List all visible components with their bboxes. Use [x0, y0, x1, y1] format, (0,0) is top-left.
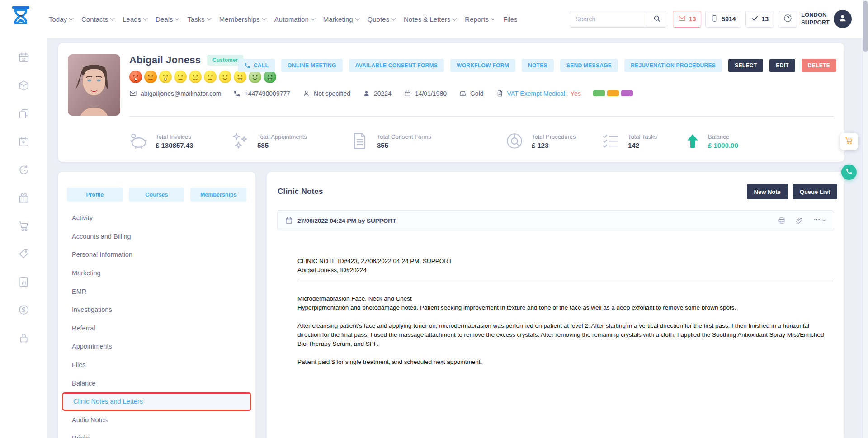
package-icon[interactable]: [18, 80, 30, 92]
nav-item-today[interactable]: Today: [49, 15, 73, 23]
envelope-icon: [129, 89, 137, 97]
tab-courses[interactable]: Courses: [129, 188, 185, 202]
stat-value: 355: [377, 141, 431, 149]
nav-item-tasks[interactable]: Tasks: [187, 15, 210, 23]
lock-icon[interactable]: [18, 332, 30, 344]
stat-value: 142: [628, 141, 657, 149]
sidebar-item-drinks[interactable]: Drinks: [62, 429, 251, 438]
question-icon: [783, 14, 793, 25]
mood-emoji-9[interactable]: [249, 71, 261, 83]
nav-item-files[interactable]: Files: [503, 15, 518, 23]
sidebar-item-accounts-and-billing[interactable]: Accounts and Billing: [62, 227, 251, 246]
send-message-button[interactable]: SEND MESSAGE: [560, 59, 618, 72]
nav-item-marketing[interactable]: Marketing: [323, 15, 359, 23]
sidebar-item-personal-information[interactable]: Personal Information: [62, 245, 251, 264]
profile-stats: Total Invoices£ 130857.43Total Appointme…: [58, 127, 844, 155]
chevron-down-icon: [355, 16, 359, 20]
stat-total-procedures: Total Procedures£ 123: [504, 127, 576, 155]
note-body: CLINIC NOTE ID#423, 27/06/2022 04:24 PM,…: [297, 257, 833, 376]
mood-emoji-10[interactable]: [264, 71, 276, 83]
mood-emoji-2[interactable]: [144, 71, 157, 83]
chart-doc-icon[interactable]: [18, 276, 30, 288]
floating-call-button[interactable]: [841, 165, 857, 180]
tasks-badge[interactable]: 13: [745, 11, 774, 28]
help-button[interactable]: [778, 11, 797, 28]
stat-value: £ 123: [532, 141, 576, 149]
copy-icon[interactable]: [18, 108, 30, 120]
nav-item-leads[interactable]: Leads: [123, 15, 147, 23]
nav-item-automation[interactable]: Automation: [274, 15, 315, 23]
mood-emoji-row: [129, 71, 276, 83]
history-icon[interactable]: [18, 164, 30, 176]
tag-pill-1[interactable]: [593, 90, 605, 96]
sidebar-item-referral[interactable]: Referral: [62, 319, 251, 338]
available-consent-forms-button[interactable]: AVAILABLE CONSENT FORMS: [349, 59, 444, 72]
cart-icon[interactable]: [18, 220, 30, 232]
coin-icon[interactable]: [18, 304, 30, 316]
sidebar-item-emr[interactable]: EMR: [62, 282, 251, 301]
stat-label: Balance: [708, 133, 738, 140]
mood-emoji-6[interactable]: [204, 71, 217, 83]
workflow-form-button[interactable]: WORKFLOW FORM: [450, 59, 515, 72]
calendar12-icon[interactable]: 12: [18, 52, 30, 64]
online-meeting-button[interactable]: ONLINE MEETING: [281, 59, 343, 72]
nav-item-memberships[interactable]: Memberships: [219, 15, 266, 23]
sidebar-item-marketing[interactable]: Marketing: [62, 264, 251, 283]
section-menu: ActivityAccounts and BillingPersonal Inf…: [62, 209, 251, 438]
tab-memberships[interactable]: Memberships: [190, 188, 246, 202]
search-button[interactable]: [647, 11, 667, 27]
note-paragraphs: Microdermabrasion Face, Neck and ChestHy…: [297, 294, 833, 367]
cal-down-icon[interactable]: [18, 136, 30, 148]
calendar-icon: [404, 89, 411, 97]
new-note-button[interactable]: New Note: [747, 184, 788, 199]
mood-emoji-7[interactable]: [219, 71, 231, 83]
mood-emoji-1[interactable]: [129, 71, 142, 83]
notes-button[interactable]: NOTES: [522, 59, 554, 72]
chevron-down-icon: [311, 16, 315, 20]
queue-list-button[interactable]: Queue List: [793, 184, 837, 199]
edit-button[interactable]: EDIT: [769, 59, 795, 72]
tag-pill-2[interactable]: [607, 90, 619, 96]
phone-badge[interactable]: 5914: [705, 11, 741, 28]
print-icon[interactable]: [778, 217, 786, 225]
sidebar-item-files[interactable]: Files: [62, 356, 251, 374]
sidebar-item-balance[interactable]: Balance: [62, 374, 251, 392]
search-input[interactable]: [570, 15, 647, 23]
mood-emoji-4[interactable]: [174, 71, 187, 83]
rejuvenation-procedures-button[interactable]: REJUVENATION PROCEDURES: [624, 59, 722, 72]
tag-pill-3[interactable]: [621, 90, 633, 96]
sidebar-item-activity[interactable]: Activity: [62, 209, 251, 227]
sidebar-item-appointments[interactable]: Appointments: [62, 337, 251, 356]
mail-badge[interactable]: 13: [673, 11, 702, 28]
nav-item-deals[interactable]: Deals: [156, 15, 179, 23]
nav-item-quotes[interactable]: Quotes: [368, 15, 395, 23]
client-vat: VAT Exempt Medical:Yes: [496, 89, 581, 97]
checklist-icon: [600, 131, 621, 151]
mood-emoji-5[interactable]: [189, 71, 202, 83]
left-icon-rail: 12: [0, 38, 47, 438]
nav-item-notes-letters[interactable]: Notes & Letters: [404, 15, 456, 23]
note-paragraph: Microdermabrasion Face, Neck and ChestHy…: [297, 294, 833, 312]
select-button[interactable]: SELECT: [728, 59, 763, 72]
paperclip-icon[interactable]: [796, 217, 803, 225]
sidebar-item-audio-notes[interactable]: Audio Notes: [62, 411, 251, 429]
call-button[interactable]: CALL: [238, 59, 275, 72]
chevron-down-icon: [143, 16, 148, 20]
tab-profile[interactable]: Profile: [67, 188, 123, 202]
tag-icon[interactable]: [18, 248, 30, 260]
user-avatar[interactable]: [834, 10, 852, 28]
floating-cart-button[interactable]: [840, 133, 858, 150]
sidebar-item-investigations[interactable]: Investigations: [62, 301, 251, 319]
sidebar-item-clinic-notes-and-letters[interactable]: Clinic Notes and Letters: [62, 392, 251, 411]
app-logo-hourglass-icon[interactable]: [11, 5, 31, 33]
more-options-button[interactable]: [813, 216, 826, 225]
mood-emoji-8[interactable]: [234, 71, 246, 83]
delete-button[interactable]: DELETE: [802, 59, 836, 72]
client-profile-card: Abigail Joness Customer abigailjones@mai…: [58, 43, 844, 162]
nav-item-contacts[interactable]: Contacts: [81, 15, 114, 23]
gift-icon[interactable]: [18, 192, 30, 204]
nav-item-reports[interactable]: Reports: [465, 15, 495, 23]
mood-emoji-3[interactable]: [159, 71, 172, 83]
client-photo[interactable]: [68, 54, 120, 116]
scrollbar-thumb[interactable]: [863, 1, 868, 52]
